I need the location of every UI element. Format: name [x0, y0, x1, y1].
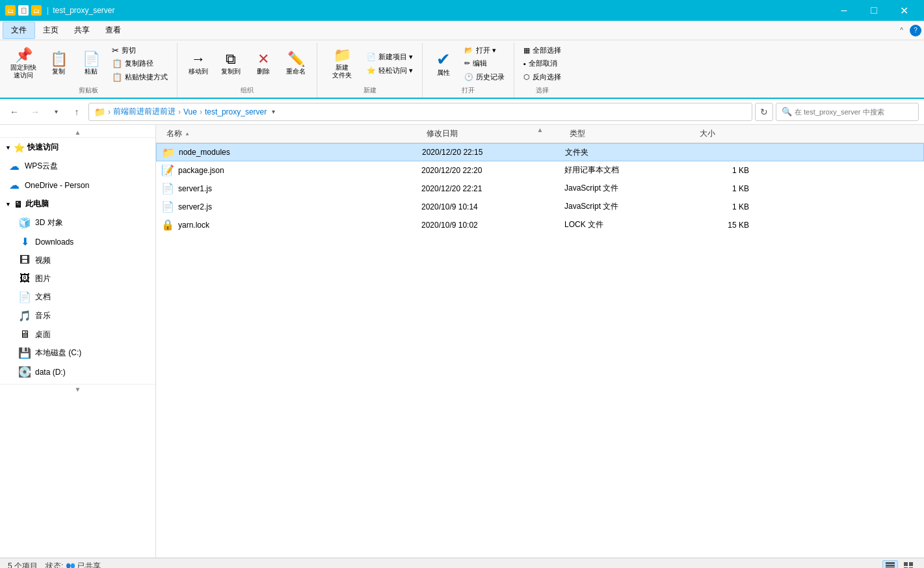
- rename-button[interactable]: ✏️ 重命名: [280, 44, 311, 83]
- search-input[interactable]: [795, 108, 913, 116]
- sidebar-item-music[interactable]: 🎵 音乐: [0, 306, 155, 325]
- minimize-button[interactable]: –: [829, 0, 859, 21]
- open-button[interactable]: 📂 打开 ▾: [460, 44, 508, 57]
- folder-icon: 📁: [162, 146, 175, 159]
- pin-to-quickaccess-button[interactable]: 📌 固定到快速访问: [5, 44, 42, 83]
- file-date: 2020/10/9 10:02: [421, 221, 564, 230]
- file-size: 1 KB: [694, 202, 759, 211]
- address-part-2[interactable]: Vue: [183, 107, 197, 116]
- quick-access-chevron-icon: ▼: [5, 144, 11, 151]
- menu-item-view[interactable]: 查看: [98, 22, 129, 38]
- search-bar[interactable]: 🔍: [776, 103, 919, 121]
- history-button[interactable]: 🕐 历史记录: [460, 71, 508, 83]
- move-icon: →: [191, 52, 205, 66]
- cut-button[interactable]: ✂ 剪切: [108, 44, 172, 57]
- sidebar-section-this-pc[interactable]: ▼ 🖥 此电脑: [0, 195, 155, 213]
- documents-icon: 📄: [18, 291, 31, 303]
- svg-rect-1: [886, 565, 895, 567]
- 3d-objects-label: 3D 对象: [35, 217, 63, 228]
- paste-shortcut-button[interactable]: 📋 粘贴快捷方式: [108, 71, 172, 83]
- file-list-scroll-up-button[interactable]: ▲: [537, 126, 544, 133]
- address-part-3[interactable]: test_proxy_server: [205, 107, 267, 116]
- col-header-name[interactable]: 名称 ▲: [161, 125, 421, 142]
- copy-icon: 📋: [50, 52, 68, 66]
- copy-to-button[interactable]: ⧉ 复制到: [215, 44, 246, 83]
- delete-button[interactable]: ✕ 删除: [248, 44, 279, 83]
- close-button[interactable]: ✕: [889, 0, 919, 21]
- sidebar-item-drive-d[interactable]: 💽 data (D:): [0, 362, 155, 381]
- file-date: 2020/12/20 22:20: [421, 166, 564, 175]
- downloads-label: Downloads: [35, 237, 73, 247]
- onedrive-label: OneDrive - Person: [25, 181, 89, 190]
- paste-button[interactable]: 📄 粘贴: [75, 44, 107, 83]
- copy-path-button[interactable]: 📋 复制路径: [108, 57, 172, 70]
- maximize-button[interactable]: □: [859, 0, 889, 21]
- up-button[interactable]: ↑: [68, 103, 86, 121]
- edit-button[interactable]: ✏ 编辑: [460, 57, 508, 70]
- recent-locations-button[interactable]: ▾: [47, 103, 65, 121]
- large-icons-view-button[interactable]: [901, 560, 916, 569]
- sidebar-item-drive-c[interactable]: 💾 本地磁盘 (C:): [0, 344, 155, 362]
- sidebar-scroll-down-button[interactable]: ▼: [75, 386, 81, 393]
- address-part-1[interactable]: 前端前进前进前进: [113, 106, 176, 117]
- sidebar-item-pictures[interactable]: 🖼 图片: [0, 269, 155, 288]
- copy-path-icon: 📋: [112, 59, 122, 68]
- easy-access-button[interactable]: ⭐ 轻松访问 ▾: [363, 64, 417, 77]
- package-json-icon: 📝: [161, 164, 174, 176]
- videos-icon: 🎞: [18, 254, 31, 266]
- copy-button[interactable]: 📋 复制: [43, 44, 74, 83]
- address-sep-1: ›: [108, 107, 111, 116]
- wps-label: WPS云盘: [25, 161, 58, 172]
- select-all-button[interactable]: ▦ 全部选择: [520, 44, 565, 57]
- table-row[interactable]: 📁 node_modules 2020/12/20 22:15 文件夹: [156, 143, 924, 161]
- address-sep-2: ›: [178, 107, 181, 116]
- status-bar-right: [882, 560, 916, 569]
- deselect-all-button[interactable]: ▪ 全部取消: [520, 57, 565, 70]
- music-label: 音乐: [35, 310, 51, 321]
- details-view-button[interactable]: [882, 560, 898, 569]
- paste-shortcut-icon: 📋: [112, 72, 122, 82]
- clipboard-label: 剪贴板: [5, 85, 172, 98]
- forward-button[interactable]: →: [26, 103, 44, 121]
- refresh-button[interactable]: ↻: [755, 103, 773, 121]
- table-row[interactable]: 📄 server1.js 2020/12/20 22:21 JavaScript…: [156, 180, 924, 198]
- menu-item-home[interactable]: 主页: [35, 22, 66, 38]
- table-row[interactable]: 📝 package.json 2020/12/20 22:20 好用记事本文档 …: [156, 161, 924, 180]
- sidebar-item-downloads[interactable]: ⬇ Downloads: [0, 232, 155, 251]
- file-date: 2020/12/20 22:15: [422, 148, 565, 157]
- desktop-icon: 🖥: [18, 329, 31, 340]
- sidebar-item-desktop[interactable]: 🖥 桌面: [0, 325, 155, 344]
- menu-item-file[interactable]: 文件: [3, 21, 35, 39]
- ribbon-collapse-button[interactable]: ^: [896, 24, 907, 36]
- new-item-button[interactable]: 📄 新建项目 ▾: [363, 51, 417, 64]
- new-folder-button[interactable]: 📁 新建文件夹: [323, 44, 362, 83]
- delete-icon: ✕: [257, 52, 269, 66]
- pin-icon: 📌: [15, 48, 33, 62]
- help-button[interactable]: ?: [910, 25, 921, 36]
- sidebar-section-quick-access[interactable]: ▼ ⭐ 快速访问: [0, 138, 155, 157]
- this-pc-chevron-icon: ▼: [5, 201, 11, 208]
- videos-label: 视频: [35, 255, 51, 266]
- sidebar-item-documents[interactable]: 📄 文档: [0, 288, 155, 306]
- svg-rect-5: [909, 562, 913, 566]
- col-header-type[interactable]: 类型: [564, 125, 694, 142]
- move-to-button[interactable]: → 移动到: [183, 44, 214, 83]
- wps-icon: ☁: [8, 160, 21, 172]
- table-row[interactable]: 📄 server2.js 2020/10/9 10:14 JavaScript …: [156, 198, 924, 216]
- col-header-size[interactable]: 大小: [694, 125, 759, 142]
- properties-button[interactable]: ✔ 属性: [428, 44, 459, 83]
- address-bar[interactable]: 📁 › 前端前进前进前进 › Vue › test_proxy_server ▾: [88, 103, 752, 121]
- window-title: test_proxy_server: [53, 6, 829, 15]
- sidebar-item-onedrive[interactable]: ☁ OneDrive - Person: [0, 176, 155, 195]
- menu-item-share[interactable]: 共享: [66, 22, 98, 38]
- invert-selection-button[interactable]: ⬡ 反向选择: [520, 71, 565, 83]
- address-dropdown-button[interactable]: ▾: [269, 108, 278, 115]
- table-row[interactable]: 🔒 yarn.lock 2020/10/9 10:02 LOCK 文件 15 K…: [156, 216, 924, 234]
- sidebar-item-3d[interactable]: 🧊 3D 对象: [0, 213, 155, 232]
- easy-access-icon: ⭐: [367, 66, 376, 75]
- back-button[interactable]: ←: [5, 103, 23, 121]
- sidebar-item-wps[interactable]: ☁ WPS云盘: [0, 157, 155, 176]
- sidebar-item-videos[interactable]: 🎞 视频: [0, 251, 155, 269]
- file-type: 好用记事本文档: [564, 165, 694, 176]
- sidebar-scroll-up-button[interactable]: ▲: [75, 129, 81, 136]
